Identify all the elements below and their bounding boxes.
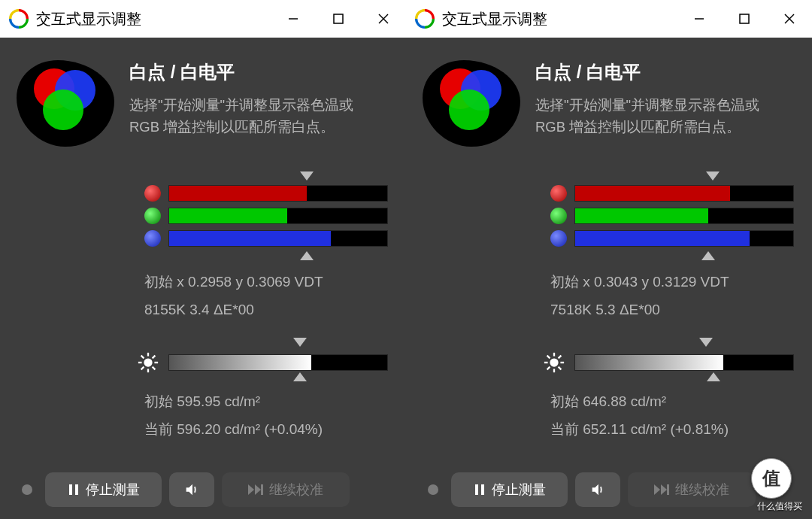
content: 白点 / 白电平 选择"开始测量"并调整显示器色温或 RGB 增益控制以匹配所需… [406,38,812,519]
red-bar[interactable] [574,185,794,202]
record-button[interactable] [17,479,38,500]
brightness-bar[interactable] [574,354,794,371]
maximize-button[interactable] [722,0,767,38]
svg-point-27 [449,90,489,130]
minimize-button[interactable] [271,0,316,38]
xy-readout-1: 初始 x 0.3043 y 0.3129 VDT [423,271,794,293]
watermark-text: 什么值得买 [751,500,807,513]
titlebar[interactable]: 交互式显示调整 [0,0,406,38]
brightness-bar[interactable] [168,354,388,371]
app-logo-icon [9,9,29,29]
watermark: 值 什么值得买 [751,458,807,514]
window-left: 交互式显示调整 白点 / 白电平 选择"开始测量"并调整显示器色温或 RGB 增… [0,0,406,519]
close-button[interactable] [361,0,406,38]
pause-icon [68,484,80,496]
rgb-bars [17,171,388,265]
svg-point-28 [550,358,558,366]
green-bar[interactable] [574,208,794,224]
record-icon [22,484,32,495]
continue-calibrate-button[interactable]: 继续校准 [222,472,350,507]
minimize-button[interactable] [677,0,722,38]
watermark-badge-icon: 值 [751,458,792,499]
svg-line-13 [141,356,144,359]
current-marker-bot-icon [701,251,715,260]
red-dot-icon [144,185,161,202]
section-desc-2: RGB 增益控制以匹配所需白点。 [129,117,353,138]
window-right: 交互式显示调整 白点 / 白电平 选择"开始测量"并调整显示器色温或 RGB 增… [406,0,812,519]
section-heading: 白点 / 白电平 [535,60,759,84]
continue-calibrate-button[interactable]: 继续校准 [628,472,756,507]
svg-point-8 [144,358,152,366]
svg-line-14 [153,367,156,370]
record-icon [428,484,438,495]
svg-line-34 [559,367,562,370]
sound-button[interactable] [575,472,620,507]
svg-line-16 [141,367,144,370]
red-bar[interactable] [168,185,388,202]
play-next-icon [248,484,263,495]
pause-icon [474,484,486,496]
volume-icon [589,481,606,498]
app-logo-icon [415,9,435,29]
blue-bar[interactable] [168,230,388,247]
bright-readout-1: 初始 595.95 cd/m² [17,390,388,412]
brightness-section [423,338,794,386]
stop-measure-button[interactable]: 停止测量 [451,472,568,507]
brightness-section [17,338,388,386]
window-title: 交互式显示调整 [442,9,677,29]
svg-line-33 [547,356,550,359]
bright-target-marker-icon [293,338,307,347]
footer: 停止测量 继续校准 [17,466,388,510]
svg-rect-37 [475,484,478,495]
red-dot-icon [550,185,567,202]
svg-rect-18 [75,484,78,495]
brightness-icon [543,351,565,374]
bright-readout-2: 当前 652.11 cd/m² (+0.81%) [423,418,794,440]
blue-dot-icon [144,230,161,247]
blue-bar[interactable] [574,230,794,247]
sound-button[interactable] [169,472,214,507]
svg-rect-22 [740,14,749,23]
blue-dot-icon [550,230,567,247]
titlebar[interactable]: 交互式显示调整 [406,0,812,38]
close-button[interactable] [767,0,812,38]
content: 白点 / 白电平 选择"开始测量"并调整显示器色温或 RGB 增益控制以匹配所需… [0,38,406,519]
continue-label: 继续校准 [675,481,729,499]
bright-current-marker-icon [293,372,307,381]
play-next-icon [654,484,669,495]
svg-line-36 [547,367,550,370]
bright-target-marker-icon [699,338,713,347]
target-marker-top-icon [300,171,314,181]
bright-current-marker-icon [707,372,720,381]
section-desc-2: RGB 增益控制以匹配所需白点。 [535,117,759,138]
green-dot-icon [550,208,567,224]
xy-readout-2: 7518K 5.3 ΔE*00 [423,299,794,320]
current-marker-bot-icon [300,251,314,260]
xy-readout-1: 初始 x 0.2958 y 0.3069 VDT [17,271,388,293]
footer: 停止测量 继续校准 [423,466,794,510]
stop-measure-button[interactable]: 停止测量 [45,472,162,507]
volume-icon [183,481,200,498]
brightness-icon [137,351,159,374]
maximize-button[interactable] [316,0,361,38]
rgb-bars [423,171,794,265]
continue-label: 继续校准 [269,481,323,499]
stop-label: 停止测量 [492,481,546,499]
svg-rect-19 [261,484,263,495]
svg-rect-17 [69,484,72,495]
green-bar[interactable] [168,208,388,224]
section-heading: 白点 / 白电平 [129,60,353,84]
record-button[interactable] [423,479,444,500]
xy-readout-2: 8155K 3.4 ΔE*00 [17,299,388,320]
svg-rect-38 [481,484,484,495]
rgb-venn-icon [17,60,114,150]
green-dot-icon [144,208,161,224]
window-title: 交互式显示调整 [36,9,271,29]
bright-readout-1: 初始 646.88 cd/m² [423,390,794,412]
bright-readout-2: 当前 596.20 cd/m² (+0.04%) [17,418,388,440]
section-desc-1: 选择"开始测量"并调整显示器色温或 [535,95,759,117]
target-marker-top-icon [706,171,720,181]
svg-line-15 [153,356,156,359]
svg-line-35 [559,356,562,359]
svg-rect-39 [667,484,669,495]
